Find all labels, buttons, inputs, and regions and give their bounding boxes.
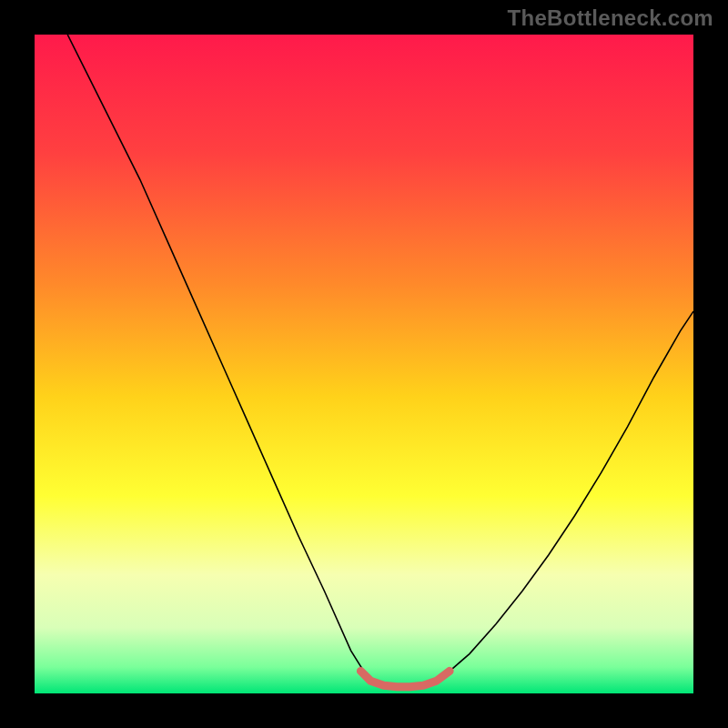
gradient-background [35,35,693,693]
plot-area [35,35,693,693]
bottleneck-curve-chart [35,35,693,693]
watermark-text: TheBottleneck.com [508,5,713,31]
chart-frame: TheBottleneck.com [0,0,728,728]
